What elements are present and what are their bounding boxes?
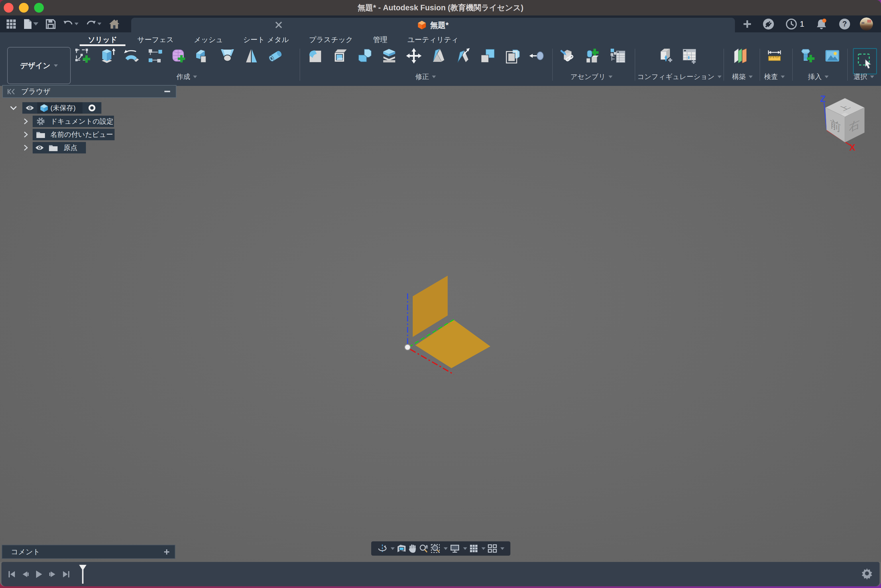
select-dropdown[interactable]: 選択	[854, 72, 874, 81]
tree-row-origin[interactable]: 原点	[0, 142, 177, 153]
home-button[interactable]	[107, 17, 122, 31]
insert-fastener-icon[interactable]	[799, 48, 816, 64]
timeline-settings-gear[interactable]	[861, 567, 873, 580]
collapse-panel-icon[interactable]	[3, 88, 15, 95]
chevron-down-icon[interactable]	[480, 542, 486, 555]
tab-surface[interactable]: サーフェス	[127, 33, 183, 46]
rib-icon[interactable]	[243, 48, 260, 64]
chevron-down-icon[interactable]	[389, 542, 395, 555]
file-menu-button[interactable]	[22, 17, 40, 31]
pipe-icon[interactable]	[267, 48, 284, 64]
notifications-icon[interactable]	[813, 17, 830, 31]
step-back-button[interactable]	[22, 568, 29, 580]
chevron-down-icon[interactable]	[9, 102, 18, 114]
skip-to-end-button[interactable]	[62, 568, 70, 580]
undo-button[interactable]	[61, 17, 80, 31]
select-tool-button[interactable]	[853, 48, 877, 74]
app-grid-icon[interactable]	[5, 17, 18, 31]
configuration-icon[interactable]	[657, 48, 674, 64]
pan-button[interactable]	[409, 542, 417, 555]
new-tab-icon[interactable]	[741, 17, 753, 31]
canvas-image-icon[interactable]	[824, 48, 840, 64]
avatar[interactable]	[860, 18, 873, 31]
assembly-dropdown[interactable]: アセンブリ	[571, 72, 613, 81]
document-tab[interactable]: 無題*	[131, 18, 735, 32]
insert-derive-icon[interactable]	[559, 48, 576, 64]
inspect-dropdown[interactable]: 検査	[764, 72, 785, 81]
new-component-icon[interactable]	[584, 48, 601, 64]
fit-button[interactable]	[431, 542, 440, 555]
replace-face-icon[interactable]	[480, 48, 496, 64]
create-dropdown[interactable]: 作成	[176, 72, 197, 81]
chevron-right-icon[interactable]	[22, 142, 30, 153]
orbit-button[interactable]	[377, 542, 388, 555]
zoom-button[interactable]	[419, 542, 429, 555]
help-icon[interactable]: ?	[837, 17, 852, 31]
tab-solid[interactable]: ソリッド	[78, 33, 127, 46]
tab-sheet-metal[interactable]: シート メタル	[233, 33, 299, 46]
job-status-button[interactable]: 1	[783, 17, 806, 31]
chevron-right-icon[interactable]	[22, 129, 30, 140]
chevron-right-icon[interactable]	[22, 116, 30, 127]
save-button[interactable]	[44, 17, 57, 31]
create-form-icon[interactable]	[171, 48, 188, 64]
draft-icon[interactable]	[430, 48, 447, 64]
fillet-icon[interactable]	[307, 48, 324, 64]
sketch-edit-points-icon[interactable]	[147, 48, 164, 64]
origin-point[interactable]	[405, 344, 410, 350]
visibility-eye-icon[interactable]	[24, 102, 36, 114]
tree-row-named-views[interactable]: 名前の付いたビュー	[0, 129, 177, 140]
construct-plane-icon[interactable]	[732, 48, 749, 64]
create-sketch-icon[interactable]	[75, 48, 92, 64]
minimize-panel-icon[interactable]	[164, 91, 176, 93]
thicken-icon[interactable]	[381, 48, 398, 64]
workspace-selector[interactable]: デザイン	[7, 47, 71, 84]
tab-mesh[interactable]: メッシュ	[184, 33, 233, 46]
step-forward-button[interactable]	[49, 568, 56, 580]
chevron-down-icon[interactable]	[442, 542, 448, 555]
tab-utilities[interactable]: ユーティリティ	[397, 33, 469, 46]
chevron-down-icon[interactable]	[462, 542, 467, 555]
add-comment-icon[interactable]	[159, 545, 175, 558]
tab-plastic[interactable]: プラスチック	[299, 33, 363, 46]
split-body-icon[interactable]	[504, 48, 521, 64]
configuration-table-icon[interactable]	[681, 48, 698, 64]
shell-icon[interactable]	[332, 48, 348, 64]
play-button[interactable]	[35, 568, 43, 580]
offset-face-icon[interactable]	[455, 48, 471, 64]
origin-geometry[interactable]	[395, 266, 510, 389]
select-icon	[856, 52, 874, 70]
configuration-dropdown[interactable]: コンフィギュレーション	[637, 72, 722, 81]
chevron-down-icon[interactable]	[499, 542, 504, 555]
move-copy-icon[interactable]	[406, 48, 422, 64]
bom-icon[interactable]	[609, 48, 626, 64]
activate-radio-icon[interactable]	[85, 102, 99, 114]
display-settings-button[interactable]	[450, 542, 460, 555]
view-cube[interactable]: 上 前 右 Z X	[813, 94, 874, 161]
insert-dropdown[interactable]: 挿入	[808, 72, 828, 81]
grid-display-button[interactable]	[469, 542, 478, 555]
sweep-icon[interactable]	[195, 48, 212, 64]
comments-panel[interactable]: コメント	[2, 545, 175, 559]
tree-row-document-settings[interactable]: ドキュメントの設定	[0, 116, 177, 127]
loft-icon[interactable]	[219, 48, 236, 64]
revolve-icon[interactable]	[123, 48, 140, 64]
extensions-icon[interactable]	[761, 17, 776, 31]
tree-row-document[interactable]: (未保存)	[0, 102, 177, 114]
skip-to-start-button[interactable]	[8, 568, 16, 580]
press-pull-icon[interactable]	[529, 48, 545, 64]
look-at-button[interactable]	[397, 542, 406, 555]
job-count: 1	[800, 20, 804, 28]
visibility-eye-icon[interactable]	[34, 142, 45, 153]
measure-icon[interactable]	[766, 48, 783, 64]
timeline-marker[interactable]	[78, 564, 87, 584]
tab-manage[interactable]: 管理	[363, 33, 397, 46]
viewports-button[interactable]	[487, 542, 497, 555]
construct-dropdown[interactable]: 構築	[732, 72, 753, 81]
inspect-group-icons	[766, 48, 783, 64]
modify-dropdown[interactable]: 修正	[415, 72, 436, 81]
combine-icon[interactable]	[356, 48, 373, 64]
close-tab-icon[interactable]	[274, 20, 284, 30]
redo-button[interactable]	[84, 17, 103, 31]
extrude-icon[interactable]	[99, 48, 116, 64]
